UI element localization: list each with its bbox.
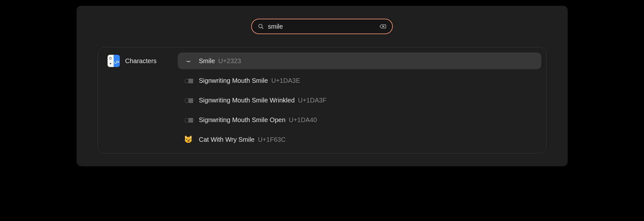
result-code: U+1F63C [258,136,286,143]
results-panel: Ǒ ✦ ش Characters ⌣Smile U+2323◌▦Signwrit… [98,47,547,153]
result-text: Signwriting Mouth Smile Wrinkled U+1DA3F [199,97,327,104]
result-code: U+1DA3E [271,77,300,84]
result-name: Cat With Wry Smile [199,136,255,143]
overview-search-window: Ǒ ✦ ش Characters ⌣Smile U+2323◌▦Signwrit… [77,6,568,166]
category-label: Characters [125,57,157,65]
result-glyph: ◌▦ [184,95,193,105]
result-glyph: 😼 [184,135,193,144]
result-glyph: ◌▦ [184,115,193,125]
result-code: U+2323 [218,57,241,64]
search-box[interactable] [251,19,393,34]
search-icon [258,23,264,30]
result-glyph: ◌▦ [184,76,193,85]
characters-app-icon: Ǒ ✦ ش [108,55,120,67]
result-text: Smile U+2323 [199,57,241,65]
results-list: ⌣Smile U+2323◌▦Signwriting Mouth Smile U… [178,53,541,148]
result-item[interactable]: 😼Cat With Wry Smile U+1F63C [178,131,541,148]
result-code: U+1DA40 [289,116,317,123]
result-text: Cat With Wry Smile U+1F63C [199,136,286,143]
result-text: Signwriting Mouth Smile U+1DA3E [199,77,300,84]
result-name: Signwriting Mouth Smile Open [199,116,286,123]
result-glyph: ⌣ [184,56,193,66]
search-container [77,19,568,34]
backspace-clear-icon[interactable] [379,23,386,30]
category-characters[interactable]: Ǒ ✦ ش Characters [103,53,178,69]
result-name: Smile [199,57,215,64]
search-input[interactable] [268,23,375,30]
result-item[interactable]: ◌▦Signwriting Mouth Smile Wrinkled U+1DA… [178,92,541,109]
result-name: Signwriting Mouth Smile [199,77,268,84]
result-text: Signwriting Mouth Smile Open U+1DA40 [199,116,317,124]
result-item[interactable]: ◌▦Signwriting Mouth Smile U+1DA3E [178,72,541,89]
svg-line-1 [262,27,263,29]
result-item[interactable]: ◌▦Signwriting Mouth Smile Open U+1DA40 [178,111,541,128]
result-code: U+1DA3F [298,97,326,104]
svg-point-0 [259,24,262,28]
result-name: Signwriting Mouth Smile Wrinkled [199,97,295,104]
result-item[interactable]: ⌣Smile U+2323 [178,53,541,69]
